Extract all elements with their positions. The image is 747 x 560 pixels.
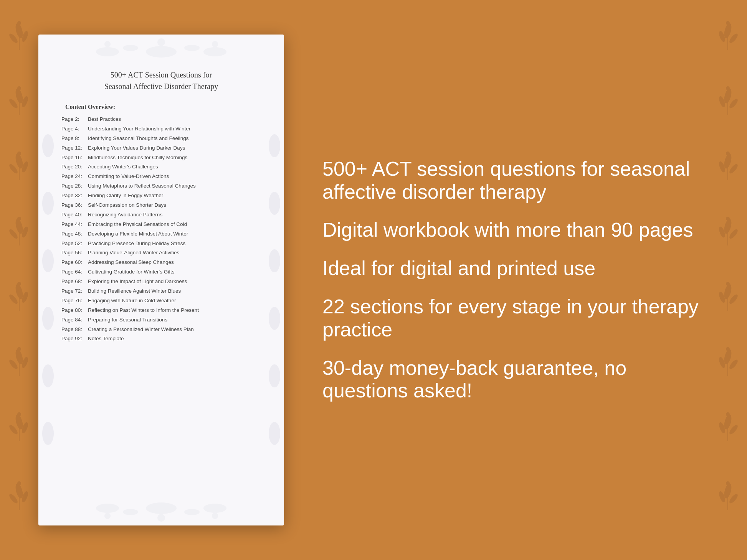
toc-page-number: Page 76: [61,297,86,305]
document-title: 500+ ACT Session Questions for Seasonal … [61,69,261,92]
svg-point-103 [184,509,200,515]
toc-page-title: Understanding Your Relationship with Win… [88,126,190,132]
toc-page-title: Exploring the Impact of Light and Darkne… [88,278,187,284]
toc-page-number: Page 84: [61,316,86,324]
toc-page-number: Page 48: [61,231,86,238]
right-panel: 500+ ACT session questions for seasonal … [315,158,716,402]
toc-page-title: Preparing for Seasonal Transitions [88,317,167,323]
content-overview-label: Content Overview: [65,104,261,110]
toc-page-title: Cultivating Gratitude for Winter's Gifts [88,269,174,275]
svg-point-82 [146,46,177,58]
toc-page-number: Page 20: [61,163,86,171]
toc-page-title: Accepting Winter's Challenges [88,164,158,170]
table-row: Page 32:Finding Clarity in Foggy Weather [61,192,261,199]
toc-page-number: Page 2: [61,116,86,123]
main-layout: 500+ ACT Session Questions for Seasonal … [0,0,747,560]
feature-item: 22 sections for every stage in your ther… [322,295,716,341]
watermark-bottom [38,491,284,525]
svg-point-88 [42,134,54,157]
feature-item: Ideal for digital and printed use [322,257,716,280]
svg-point-94 [269,134,280,157]
svg-point-100 [96,504,119,513]
table-row: Page 28:Using Metaphors to Reflect Seaso… [61,183,261,190]
table-row: Page 52:Practicing Presence During Holid… [61,240,261,247]
toc-page-number: Page 4: [61,125,86,133]
svg-point-84 [203,47,226,56]
table-row: Page 12:Exploring Your Values During Dar… [61,145,261,152]
table-row: Page 16:Mindfulness Techniques for Chill… [61,154,261,161]
toc-page-number: Page 36: [61,202,86,209]
watermark-side-right [265,65,284,495]
toc-page-title: Committing to Value-Driven Actions [88,173,169,179]
toc-page-title: Building Resilience Against Winter Blues [88,288,181,294]
table-row: Page 24:Committing to Value-Driven Actio… [61,173,261,180]
table-row: Page 36:Self-Compassion on Shorter Days [61,202,261,209]
svg-point-101 [123,509,138,515]
table-row: Page 72:Building Resilience Against Wint… [61,288,261,295]
table-row: Page 68:Exploring the Impact of Light an… [61,278,261,285]
table-row: Page 64:Cultivating Gratitude for Winter… [61,268,261,276]
toc-page-title: Practicing Presence During Holiday Stres… [88,240,185,246]
table-row: Page 44:Embracing the Physical Sensation… [61,221,261,228]
toc-page-title: Developing a Flexible Mindset About Wint… [88,231,188,237]
toc-page-title: Recognizing Avoidance Patterns [88,212,162,217]
toc-page-title: Addressing Seasonal Sleep Changes [88,259,174,265]
toc-page-title: Using Metaphors to Reflect Seasonal Chan… [88,183,196,189]
toc-page-title: Identifying Seasonal Thoughts and Feelin… [88,135,188,141]
svg-point-83 [184,45,200,51]
svg-point-86 [157,38,165,46]
toc-page-number: Page 88: [61,326,86,333]
toc-page-number: Page 32: [61,192,86,199]
svg-point-85 [104,41,111,47]
toc-page-title: Notes Template [88,336,124,341]
svg-point-93 [42,422,54,445]
table-of-contents: Page 2:Best PracticesPage 4:Understandin… [61,116,261,343]
svg-point-99 [269,422,280,445]
svg-point-91 [42,307,54,330]
toc-page-number: Page 68: [61,278,86,285]
toc-page-number: Page 16: [61,154,86,161]
toc-page-title: Planning Value-Aligned Winter Activities [88,250,179,255]
toc-page-number: Page 8: [61,135,86,142]
svg-point-107 [212,513,218,519]
toc-page-number: Page 60: [61,259,86,266]
toc-page-number: Page 64: [61,268,86,276]
feature-item: 500+ ACT session questions for seasonal … [322,158,716,204]
toc-page-number: Page 56: [61,249,86,257]
title-line2: Seasonal Affective Disorder Therapy [104,82,218,91]
toc-page-title: Engaging with Nature in Cold Weather [88,298,176,303]
table-row: Page 88:Creating a Personalized Winter W… [61,326,261,333]
document-header: 500+ ACT Session Questions for Seasonal … [61,69,261,92]
toc-page-number: Page 44: [61,221,86,228]
toc-page-number: Page 24: [61,173,86,180]
feature-item: Digital workbook with more than 90 pages [322,219,716,242]
document-card: 500+ ACT Session Questions for Seasonal … [38,35,284,525]
table-row: Page 60:Addressing Seasonal Sleep Change… [61,259,261,266]
toc-page-number: Page 72: [61,288,86,295]
feature-item: 30-day money-back guarantee, no question… [322,357,716,403]
table-row: Page 92:Notes Template [61,335,261,343]
toc-page-number: Page 80: [61,307,86,314]
svg-point-102 [146,502,177,514]
svg-point-90 [42,249,54,272]
toc-page-title: Self-Compassion on Shorter Days [88,202,166,208]
svg-point-80 [96,47,119,56]
table-row: Page 48:Developing a Flexible Mindset Ab… [61,231,261,238]
table-row: Page 20:Accepting Winter's Challenges [61,163,261,171]
toc-page-number: Page 92: [61,335,86,343]
table-row: Page 2:Best Practices [61,116,261,123]
toc-page-number: Page 12: [61,145,86,152]
toc-page-title: Embracing the Physical Sensations of Col… [88,221,187,227]
toc-page-title: Reflecting on Past Winters to Inform the… [88,307,199,313]
table-row: Page 84:Preparing for Seasonal Transitio… [61,316,261,324]
svg-point-105 [104,513,111,519]
toc-page-title: Exploring Your Values During Darker Days [88,145,185,151]
svg-point-98 [269,364,280,387]
svg-point-104 [203,504,226,513]
watermark-side-left [38,65,58,495]
toc-page-number: Page 52: [61,240,86,247]
toc-page-number: Page 28: [61,183,86,190]
toc-page-title: Mindfulness Techniques for Chilly Mornin… [88,155,187,160]
svg-point-106 [157,514,165,522]
toc-page-number: Page 40: [61,211,86,219]
